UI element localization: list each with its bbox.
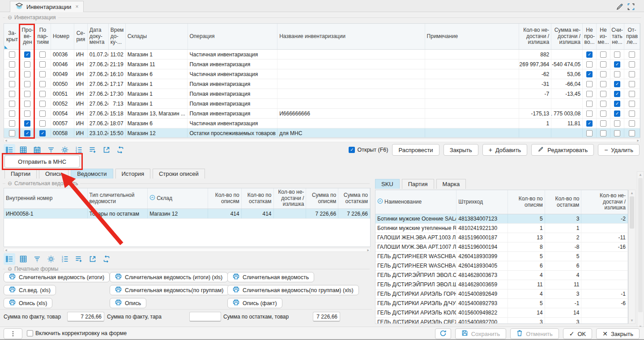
inventory-col-warehouses[interactable]: Склады (126, 24, 188, 49)
edit-button[interactable]: Редактировать (531, 144, 594, 156)
inventory-row[interactable]: 00051ИН27.06.2417:30Магазин 1Полная инве… (4, 89, 640, 99)
not-posted-checkbox[interactable] (586, 71, 593, 77)
vedomost-col-sum-stock[interactable]: Сумма по остаткам (338, 188, 370, 208)
print-comparison-sheet-totals-button[interactable]: Сличительная ведомость (итоги) (4, 272, 110, 282)
inventory-col-doc-time[interactable]: Врем до- ку-... (109, 24, 126, 49)
sku-col-qty-lists[interactable]: Кол-во по описям (508, 190, 545, 214)
sku-row[interactable]: ГАЛОШИ ЖЕН.ЭВА АРТ.1003 ЛИТЕКС4815196000… (375, 233, 628, 242)
open-f6-checkbox-box[interactable] (349, 147, 355, 153)
add-to-list-icon[interactable] (87, 144, 98, 156)
not-modified-checkbox[interactable] (600, 91, 606, 97)
not-modified-checkbox[interactable] (600, 110, 606, 117)
vedomost-row[interactable]: ИН00058-1Товары по остаткамМагазин 12414… (4, 209, 370, 219)
gear-icon[interactable] (59, 144, 71, 156)
numbered-list-icon[interactable]: 123 (73, 144, 85, 156)
sku-table-vscrollbar[interactable]: ▲ ▼ (628, 190, 635, 324)
not-modified-checkbox[interactable] (600, 120, 606, 127)
count-not-checkbox[interactable] (614, 81, 620, 87)
posted-checkbox[interactable] (24, 71, 30, 77)
save-button[interactable]: Сохранить (455, 328, 507, 339)
closed-checkbox[interactable] (9, 110, 15, 117)
detail-tab-5[interactable]: Строки описей (153, 169, 205, 178)
inventory-col-number[interactable]: Номер (51, 24, 74, 49)
by-parties-checkbox[interactable] (39, 61, 46, 68)
collapse-icon[interactable]: ⊖ (8, 14, 12, 21)
by-parties-checkbox[interactable] (39, 51, 46, 58)
fact-goods-input[interactable] (67, 312, 104, 322)
posted-checkbox[interactable] (24, 51, 30, 58)
sku-row[interactable]: ГЕЛЬ Д/СТИР.ЭЙПРИЛ ЭВОЛ.ШЕРСТ...48146280… (375, 280, 628, 289)
cancel-button[interactable]: Отменить (510, 328, 559, 339)
posted-checkbox[interactable] (24, 81, 30, 87)
ok-button[interactable]: ✓OK (563, 328, 593, 339)
posted-checkbox[interactable] (24, 91, 30, 97)
inventory-row[interactable]: 00046ИН27.06.2421:19Магазин 11Полная инв… (4, 60, 640, 69)
refresh-button[interactable] (435, 328, 451, 339)
sku-col-qty-stock[interactable]: Кол-во по остаткам (545, 190, 582, 214)
sku-row[interactable]: ГЕЛЬ Д/СТИРКИ АРИЭЛЬ СВЕЖ.ЛЕН...40154008… (375, 318, 628, 324)
not-posted-checkbox[interactable] (586, 120, 593, 127)
detail-tab-1[interactable]: Партии (4, 169, 37, 178)
sent-checkbox[interactable] (629, 51, 635, 58)
vedomost-col-qty-shortage[interactable]: Кол-во не- достачи / излишка (274, 188, 307, 208)
detail-tab-4[interactable]: История (115, 169, 150, 178)
not-posted-checkbox[interactable] (586, 81, 593, 87)
inventory-col-closed[interactable]: За- крыт (4, 24, 21, 49)
sku-row[interactable]: ГЕЛЬ Д/СТИР.HEER WASCHBAR УНИ...42604189… (375, 261, 628, 271)
correction-checkbox-box[interactable] (27, 330, 33, 336)
inventory-col-not-posted[interactable]: Не про- во... (583, 24, 597, 49)
collapse-icon[interactable]: ⊖ (8, 266, 12, 272)
collapse-icon[interactable]: ⊖ (8, 180, 12, 187)
stock-goods-input[interactable] (313, 312, 340, 322)
inventory-col-sent[interactable]: От- прав ле... (624, 24, 640, 49)
by-parties-checkbox[interactable] (39, 130, 46, 136)
closed-checkbox[interactable] (9, 71, 15, 77)
not-modified-checkbox[interactable] (600, 61, 606, 68)
print-comparison-sheet-groups-button[interactable]: Сличительная ведомость(по группам) (110, 285, 229, 295)
sync-icon[interactable] (101, 253, 112, 265)
open-external-icon[interactable] (101, 144, 112, 156)
count-not-checkbox[interactable] (614, 51, 620, 58)
sku-tab-2[interactable]: Партия (402, 179, 434, 189)
vedomost-col-qty-lists[interactable]: Кол-во по описям (208, 188, 242, 208)
sku-row[interactable]: ГЕЛЬ Д/СТИР.HEER WASCHBAR КОЛ...42604189… (375, 252, 628, 261)
not-modified-checkbox[interactable] (600, 71, 606, 77)
inventory-hscrollbar[interactable]: ◀▶ (4, 139, 640, 142)
filter-icon[interactable] (31, 253, 43, 265)
closed-checkbox[interactable] (9, 81, 15, 87)
sent-checkbox[interactable] (629, 110, 635, 117)
by-parties-checkbox[interactable] (39, 110, 46, 117)
by-parties-checkbox[interactable] (39, 101, 46, 107)
count-not-checkbox[interactable] (614, 120, 620, 127)
print-comparison-sheet-totals-xls-button[interactable]: Сличительная ведомость (итоги) (xls) (110, 272, 228, 282)
inventory-col-sum-shortage[interactable]: Сумма не- достачи / излишка (551, 24, 583, 49)
closed-checkbox[interactable] (9, 101, 15, 107)
vedomost-col-warehouse[interactable]: Склад (148, 188, 208, 208)
count-not-checkbox[interactable] (614, 71, 620, 77)
by-parties-checkbox[interactable] (39, 91, 46, 97)
menu-dots-button[interactable] (4, 328, 22, 339)
sku-row[interactable]: ГЕЛЬ Д/СТИРКИ АРИЭЛЬ Д/ЧУВСТВ....4015400… (375, 299, 628, 308)
inventory-col-series[interactable]: Се- рия (74, 24, 88, 49)
not-posted-checkbox[interactable] (586, 51, 593, 58)
tab-close-icon[interactable]: × (75, 4, 78, 10)
filter-icon[interactable] (45, 144, 57, 156)
not-posted-checkbox[interactable] (586, 91, 593, 97)
tab-inventories[interactable]: Инвентаризации × (10, 1, 84, 12)
inventory-row[interactable]: 00052ИН27.06.247:13Магазин 1Полная инвен… (4, 99, 640, 109)
inventory-row[interactable]: 00054ИН27.06.2415:18Магазин 13, Магазин … (4, 109, 640, 119)
print-comparison-sheet-button[interactable]: Сличительная ведомость (227, 272, 314, 282)
closed-checkbox[interactable] (9, 91, 15, 97)
inventory-col-not-modified[interactable]: Не из- ме... (597, 24, 610, 49)
send-to-mns-button[interactable]: Отправить в МНС (4, 155, 80, 168)
vedomost-col-sum-lists[interactable]: Сумма по описям (306, 188, 338, 208)
inventory-row[interactable]: 00036ИН01.07.2411:02Магазин 1Частичная и… (4, 50, 640, 60)
closed-checkbox[interactable] (9, 51, 15, 58)
vedomost-col-sheet-type[interactable]: Тип сличительной ведомости (88, 188, 148, 208)
not-posted-checkbox[interactable] (586, 101, 593, 107)
sku-col-barcode[interactable]: Штрихкод (456, 190, 508, 214)
sent-checkbox[interactable] (629, 71, 635, 77)
detail-tab-3[interactable]: Ведомости (71, 169, 113, 178)
gear-icon[interactable] (45, 253, 57, 265)
inventory-col-by-parties[interactable]: По пар- тиям (35, 24, 51, 49)
